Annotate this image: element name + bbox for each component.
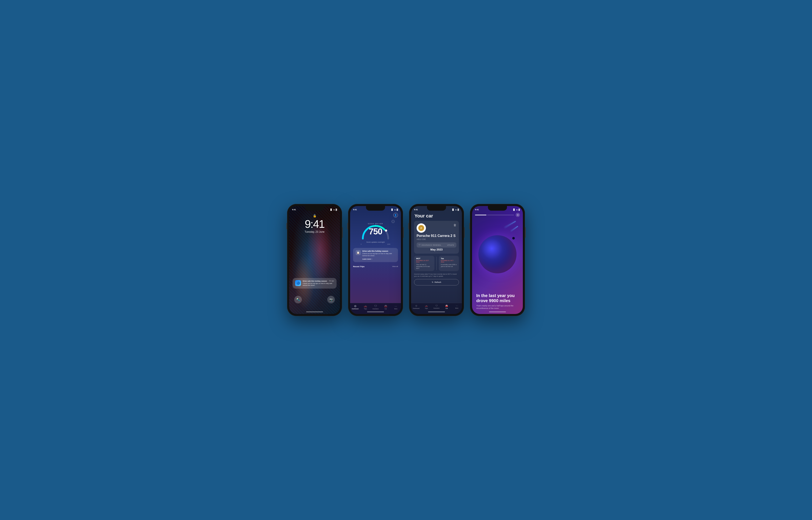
insurance-nav-label: Insurance (373, 308, 379, 310)
car-insurance-icon: 🛡 (435, 305, 438, 307)
status-time-2: 9:41 (353, 209, 357, 211)
phone-1: 9:41 ▐▌ ▲ ▓ 🔓 9:41 Tuesday, 23 June 🔵 Dr… (287, 204, 342, 316)
wifi-icon-3: ▲ (455, 209, 457, 211)
trips-nav-icon: 🚗 (364, 305, 367, 308)
lock-time: 9:41 (305, 218, 324, 230)
nav-item-more[interactable]: ··· More (391, 305, 401, 310)
more-nav-label: More (395, 308, 398, 310)
gauge-info-icon[interactable]: i (391, 220, 395, 223)
car-nav-car[interactable]: 🚘 Car (441, 305, 452, 309)
phones-container: 9:41 ▐▌ ▲ ▓ 🔓 9:41 Tuesday, 23 June 🔵 Dr… (287, 204, 525, 316)
car-trips-label: Trips (425, 308, 428, 309)
gauge-min: 0 (361, 243, 361, 245)
signal-icon-1: ▐▌ (330, 209, 332, 211)
car-nav-more[interactable]: ··· More (452, 305, 462, 309)
planet-visual (479, 235, 516, 274)
gauge-max: 1000 (387, 243, 390, 245)
car-more-icon: ··· (456, 305, 458, 307)
car-name: Porsche 911 Carrera 2 S (416, 234, 456, 238)
view-all-btn[interactable]: View all (392, 265, 398, 268)
lock-icon: 🔓 (313, 214, 317, 217)
status-time-4: 9:41 (475, 209, 479, 211)
mot-expired-label: EXPIRED 24 OCT 2022 (416, 260, 432, 263)
signal-icon-4: ▐▌ (513, 209, 515, 211)
your-car-screen: 9:41 ▐▌ ▲ ▓ Your car (411, 206, 462, 314)
refresh-button[interactable]: ↻ Refresh (414, 279, 459, 285)
gauge-subtitle: Score updates overnight (367, 241, 385, 243)
stats-sub-text: That's nearly one and a half laps around… (476, 305, 519, 310)
home-indicator-3 (428, 311, 445, 312)
car-nav-icon: 🚘 (384, 305, 387, 308)
nav-item-insurance[interactable]: 🛡 Insurance (371, 305, 381, 310)
gauge-score: 750 (369, 227, 382, 236)
more-nav-icon: ··· (395, 305, 397, 308)
notif-app-icon: 🔵 (295, 280, 301, 286)
wifi-icon-2: ▲ (394, 209, 396, 211)
dashboard-nav-label: Dashboard (352, 308, 359, 310)
bottom-nav-2: ⊙ Dashboard 🚗 Trips 🛡 Insurance 🚘 Car (350, 303, 401, 314)
car-nav-label: Car (385, 308, 387, 310)
refresh-icon: ↻ (432, 281, 434, 283)
svg-point-1 (385, 230, 387, 232)
close-button[interactable]: ✕ (516, 213, 520, 217)
car-more-label: More (455, 307, 459, 309)
battery-icon-3: ▓ (457, 209, 459, 211)
notif-body: Check out our top tips on how to stay sa… (303, 282, 334, 287)
learn-more-btn[interactable]: Learn more › (362, 258, 396, 260)
svg-text:P: P (421, 227, 422, 230)
wifi-icon-1: ▲ (333, 209, 335, 211)
dashboard-screen: 9:41 ▐▌ ▲ ▓ 👤 i GOOD DRIVER (350, 206, 401, 314)
car-plate: AB12 CDE (416, 238, 456, 240)
mot-box: MOT EXPIRED 24 OCT 2022 This car had 11 … (414, 256, 434, 271)
car-dashboard-icon: ⊙ (415, 305, 417, 307)
car-car-label: Car (445, 308, 448, 309)
trips-nav-label: Trips (364, 308, 367, 310)
insurance-bar: 🛡 INSURANCE RENEWAL UPDATE (416, 242, 456, 248)
porsche-logo: P (418, 225, 424, 231)
phone-4: 9:41 ▐▌ ▲ ▓ ✕ (470, 204, 525, 316)
insurance-update-btn[interactable]: UPDATE (447, 244, 454, 246)
car-nav-trips[interactable]: 🚗 Trips (421, 305, 431, 309)
status-time-1: 9:41 (292, 209, 296, 211)
camera-icon[interactable]: 📷 (327, 296, 335, 304)
insurance-renewal-label: INSURANCE RENEWAL (422, 244, 441, 246)
car-info-card: P 🗑 Porsche 911 Carrera 2 S AB12 CDE 🛡 I… (414, 221, 459, 254)
nav-item-dashboard[interactable]: ⊙ Dashboard (350, 305, 360, 310)
car-nav-dashboard[interactable]: ⊙ Dashboard (411, 305, 421, 309)
car-nav-insurance[interactable]: 🛡 Insurance (431, 305, 441, 309)
nav-item-trips[interactable]: 🚗 Trips (360, 305, 371, 310)
notif-title-text: Drive safe this holiday season (303, 280, 327, 282)
notch-1 (305, 206, 324, 211)
tip-title: Drive safe this holiday season (362, 250, 396, 252)
divider-vertical (436, 257, 437, 270)
tip-card: 📋 Drive safe this holiday season Check o… (353, 248, 398, 262)
user-profile-icon[interactable]: 👤 (393, 213, 398, 217)
signal-icon-2: ▐▌ (391, 209, 394, 211)
car-logo: P (416, 224, 426, 233)
bottom-nav-3: ⊙ Dashboard 🚗 Trips 🛡 Insurance 🚘 Car (411, 303, 462, 314)
tax-box: Tax EXPIRED 01 OCT 2022 It currently cos… (439, 256, 459, 271)
notch-4 (488, 206, 507, 211)
wifi-icon-4: ▲ (516, 209, 518, 211)
tip-body: Check out our top tips on how to stay sa… (362, 253, 396, 257)
tax-expired-label: EXPIRED 01 OCT 2022 (441, 260, 457, 263)
progress-bar-area (475, 213, 516, 217)
shooting-star-2 (511, 226, 518, 231)
tax-title: Tax (441, 257, 457, 260)
stats-screen: 9:41 ▐▌ ▲ ▓ ✕ (472, 206, 523, 314)
notification-card: 🔵 Drive safe this holiday season 3m ago … (293, 278, 336, 289)
delete-car-icon[interactable]: 🗑 (453, 224, 456, 227)
insurance-nav-icon: 🛡 (374, 305, 377, 308)
car-insurance-label: Insurance (434, 307, 440, 309)
tip-icon: 📋 (356, 250, 361, 255)
car-dashboard-label: Dashboard (413, 308, 419, 309)
phone-2: 9:41 ▐▌ ▲ ▓ 👤 i GOOD DRIVER (348, 204, 403, 316)
tax-desc: It currently costs £360 a year to tax th… (441, 264, 457, 267)
nav-item-car[interactable]: 🚘 Car (381, 305, 391, 310)
recent-trips-label: Recent Trips (353, 265, 364, 268)
home-indicator-2 (367, 311, 384, 312)
driver-label: GOOD DRIVER (368, 223, 383, 225)
signal-icon-3: ▐▌ (452, 209, 455, 211)
phone-3: 9:41 ▐▌ ▲ ▓ Your car (409, 204, 464, 316)
flashlight-icon[interactable]: 🔦 (294, 296, 302, 304)
